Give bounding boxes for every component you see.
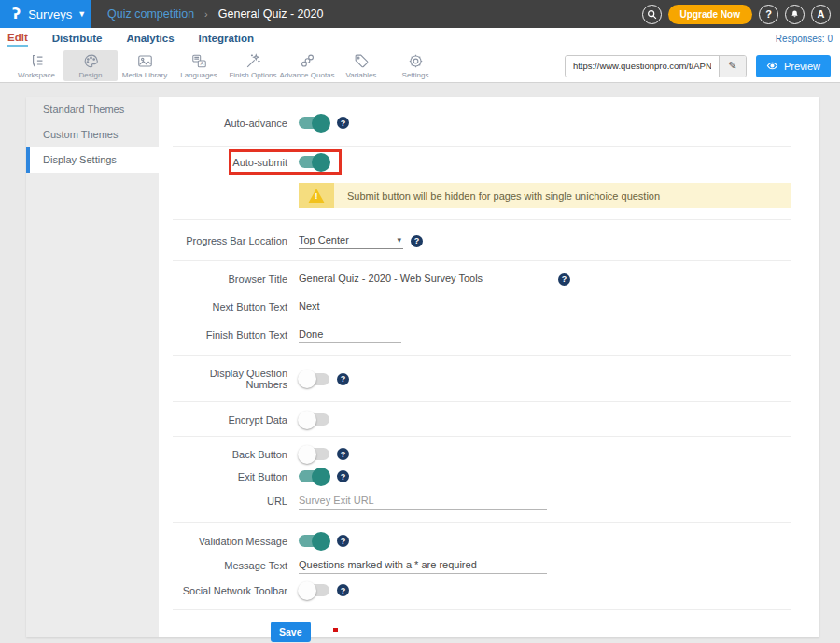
encrypt-data-label: Encrypt Data [173,414,287,426]
social-network-toolbar-row: Social Network Toolbar [173,584,791,596]
validation-section: Validation Message Message Text Social N… [173,523,791,610]
toggle-knob [298,411,316,429]
annotation-red-box: Auto-submit [229,149,342,175]
browser-title-help-icon[interactable] [558,273,570,286]
exit-url-row: URL [173,493,791,510]
text-settings-section: Browser Title Next Button Text Finish Bu… [173,261,791,356]
toggle-knob [312,468,330,486]
progress-bar-location-label: Progress Bar Location [173,235,287,246]
toolbar-item-workspace[interactable]: Workspace [9,50,63,81]
back-button-help-icon[interactable] [337,448,349,460]
warning-icon-cell [299,183,334,208]
questionpro-app: ʔ Surveys ▼ Quiz competition › General Q… [0,0,840,643]
notifications-button[interactable] [785,5,805,24]
toolbar-label: Workspace [18,71,55,79]
social-network-toolbar-help-icon[interactable] [337,584,349,596]
advance-quotas-icon [299,52,316,70]
media-library-icon [136,52,154,70]
sidebar-item-custom-themes[interactable]: Custom Themes [26,122,159,147]
toolbar-label: Design [79,71,103,79]
finish-button-text-label: Finish Button Text [173,329,287,341]
toolbar-label: Advance Quotas [279,71,334,79]
tab-integration[interactable]: Integration [199,31,254,46]
progress-bar-row: Progress Bar Location Top Center [173,232,791,249]
bell-icon [790,9,800,20]
questionpro-logo-icon: ʔ [12,7,21,21]
settings-icon [407,52,425,70]
toggle-knob [312,114,330,133]
progress-bar-location-select[interactable]: Top Center [299,232,403,249]
validation-message-help-icon[interactable] [337,535,349,547]
finish-button-text-input[interactable] [299,327,401,343]
browser-title-row: Browser Title [173,271,791,287]
save-section: Save [173,610,791,643]
themes-sidebar: Standard Themes Custom Themes Display Se… [26,97,159,637]
toolbar-item-design[interactable]: Design [63,50,118,81]
auto-submit-toggle[interactable] [299,156,329,168]
toolbar-item-variables[interactable]: Variables [334,50,388,81]
message-text-input[interactable] [299,557,547,574]
languages-icon: A [190,52,208,70]
social-network-toolbar-toggle[interactable] [299,584,329,596]
auto-advance-help-icon[interactable] [337,117,349,129]
back-button-row: Back Button [173,448,791,460]
menubar: Edit Distribute Analytics Integration Re… [0,28,840,49]
save-button[interactable]: Save [271,622,311,642]
next-button-text-row: Next Button Text [173,299,791,315]
preview-button[interactable]: Preview [756,55,831,77]
pencil-icon: ✎ [728,60,736,72]
back-button-toggle[interactable] [299,448,329,460]
selected-option: Top Center [299,234,349,245]
search-icon [647,9,657,20]
encrypt-data-toggle[interactable] [299,413,329,426]
variables-icon [353,52,371,70]
navigation-buttons-section: Back Button Exit Button URL [173,437,791,523]
survey-link-group: ✎ [565,55,747,77]
display-question-numbers-label: Display Question Numbers [173,368,287,390]
surveys-product-menu[interactable]: ʔ Surveys ▼ [0,0,91,28]
display-settings-form: Auto-advance Auto-submit Sub [159,97,819,637]
toolbar-label: Languages [180,71,217,79]
exit-button-toggle[interactable] [299,470,329,482]
exit-url-input[interactable] [299,493,547,510]
encrypt-data-row: Encrypt Data [173,413,791,426]
search-button[interactable] [642,5,662,24]
validation-message-toggle[interactable] [299,535,329,547]
toolbar-item-languages[interactable]: A Languages [172,50,226,81]
breadcrumb-folder[interactable]: Quiz competition [107,7,194,21]
tab-edit[interactable]: Edit [7,30,28,47]
sidebar-item-display-settings[interactable]: Display Settings [26,147,159,173]
tab-analytics[interactable]: Analytics [126,31,174,46]
display-question-numbers-help-icon[interactable] [337,373,349,385]
sidebar-item-standard-themes[interactable]: Standard Themes [26,97,159,122]
upgrade-now-button[interactable]: Upgrade Now [668,5,752,24]
design-toolbar: Workspace Design Media Library A Languag… [0,49,840,83]
auto-advance-toggle[interactable] [299,117,329,129]
tab-distribute[interactable]: Distribute [52,31,103,46]
toolbar-item-settings[interactable]: Settings [388,50,442,81]
finish-options-icon [245,52,262,70]
toolbar-item-advance-quotas[interactable]: Advance Quotas [280,50,334,81]
social-network-toolbar-label: Social Network Toolbar [173,585,287,596]
eye-icon [766,61,778,71]
browser-title-input[interactable] [299,271,547,287]
progress-bar-section: Progress Bar Location Top Center [173,220,791,261]
exit-button-row: Exit Button [173,470,791,482]
help-button[interactable]: ? [759,5,778,24]
warning-text: Submit button will be hidden for pages w… [334,183,791,208]
toolbar-item-finish-options[interactable]: Finish Options [226,50,280,81]
progress-bar-help-icon[interactable] [411,235,423,247]
toolbar-item-media-library[interactable]: Media Library [118,50,172,81]
survey-link-input[interactable] [566,56,719,77]
auto-submit-section: Auto-submit Submit button will be hidden… [173,147,791,220]
next-button-text-input[interactable] [299,299,401,315]
edit-link-button[interactable]: ✎ [719,56,746,77]
auto-submit-label: Auto-submit [231,157,287,168]
breadcrumb-separator-icon: › [204,8,208,20]
display-question-numbers-toggle[interactable] [299,373,329,385]
account-avatar[interactable]: A [811,5,831,24]
exit-button-help-icon[interactable] [337,470,349,482]
validation-message-label: Validation Message [173,536,287,547]
responses-count[interactable]: Responses: 0 [776,34,833,44]
toolbar-label: Media Library [122,71,167,79]
